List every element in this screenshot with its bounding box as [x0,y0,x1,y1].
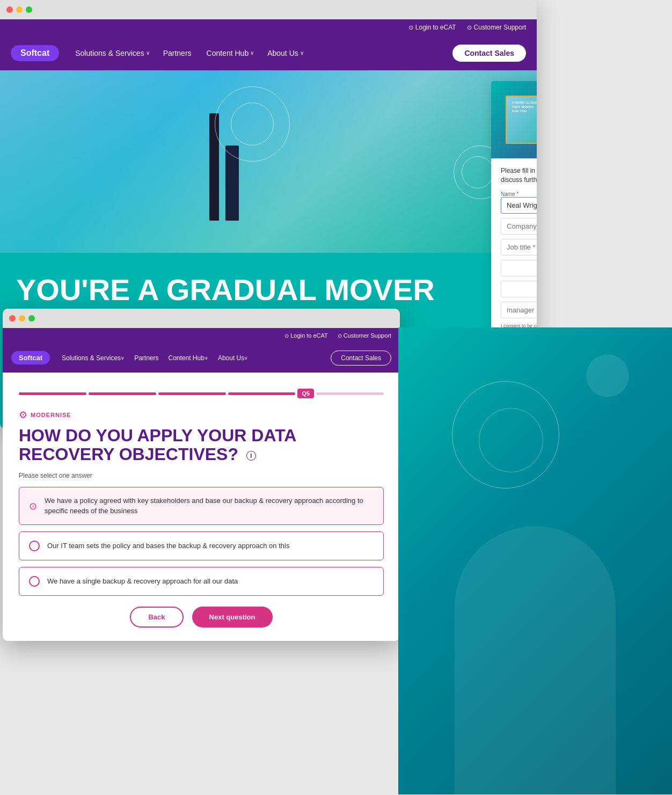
minimize-icon[interactable] [16,6,23,13]
utility-bar-2: Login to eCAT Customer Support [3,328,400,343]
nav-about[interactable]: About Us [267,49,304,57]
report-image: HYBRID CLOUDTHAT WORKSFOR YOU [506,96,537,144]
progress-seg-1 [19,392,86,395]
option-text-1: We have a policy agreed with key stakeho… [45,496,374,515]
w2-nav-solutions[interactable]: Solutions & Services [62,354,125,362]
name-label: Name * [501,191,537,197]
quiz-nav: Back Next question [19,607,384,628]
radio-3 [29,576,40,587]
contact-sales-button-2[interactable]: Contact Sales [331,351,391,366]
option-text-3: We have a single backup & recovery appro… [47,577,238,586]
consent-text: I consent to be contacted about products… [501,323,537,343]
submit-button[interactable]: Submit your details [501,347,537,368]
input6[interactable] [501,302,537,318]
w2-nav-about[interactable]: About Us [218,354,248,362]
close-icon[interactable] [6,6,13,13]
form-intro: Please fill in the short form below and … [501,166,537,185]
answer-option-1[interactable]: ⊙ We have a policy agreed with key stake… [19,487,384,524]
w2-nav-partners[interactable]: Partners [134,354,158,362]
jobtitle-input[interactable] [501,239,537,256]
question-badge: Q5 [297,389,314,398]
form-card-header: HYBRID CLOUDTHAT WORKSFOR YOU Get yourpe… [491,81,537,158]
navbar-2: Softcat Solutions & Services Partners Co… [3,343,400,373]
support-link-2[interactable]: Customer Support [338,332,391,339]
progress-seg-2 [89,392,156,395]
category-label: ⚙ MODERNISE [19,409,384,421]
input4[interactable] [501,260,537,276]
circle-deco-2 [215,86,290,162]
form-card: HYBRID CLOUDTHAT WORKSFOR YOU Get yourpe… [491,81,537,376]
circle-woman-3 [586,354,629,397]
support-link[interactable]: Customer Support [467,24,526,31]
login-link-2[interactable]: Login to eCAT [284,332,328,339]
minimize-icon-2[interactable] [19,315,25,322]
next-button[interactable]: Next question [192,607,273,628]
report-image-label: HYBRID CLOUDTHAT WORKSFOR YOU [512,101,537,113]
maximize-icon[interactable] [26,6,32,13]
login-link[interactable]: Login to eCAT [408,24,456,31]
contact-sales-button-1[interactable]: Contact Sales [452,45,526,62]
answer-option-2[interactable]: Our IT team sets the policy and bases th… [19,531,384,560]
maximize-icon-2[interactable] [28,315,35,322]
hero-title: YOU'RE A GRADUAL MOVER [16,274,521,306]
nav-links-2: Solutions & Services Partners Content Hu… [62,354,319,362]
progress-seg-5 [316,392,384,395]
select-label: Please select one answer [19,472,384,479]
progress-seg-4 [228,392,296,395]
back-button[interactable]: Back [130,607,183,628]
field6 [501,302,537,318]
answer-option-3[interactable]: We have a single backup & recovery appro… [19,567,384,596]
question-title: HOW DO YOU APPLY YOUR DATA RECOVERY OBJE… [19,426,384,464]
titlebar-2 [3,309,400,328]
nav-content[interactable]: Content Hub [207,49,254,57]
option-text-2: Our IT team sets the policy and bases th… [47,541,289,551]
option-icon-1: ⊙ [29,500,37,512]
progress-seg-3 [158,392,226,395]
window2: Login to eCAT Customer Support Softcat S… [3,309,400,641]
name-field: Name * [501,191,537,214]
nav-solutions[interactable]: Solutions & Services [75,49,149,57]
field5 [501,281,537,297]
category-text: MODERNISE [31,412,71,418]
company-input[interactable] [501,218,537,235]
quiz-content: Q5 ⚙ MODERNISE HOW DO YOU APPLY YOUR DAT… [3,373,400,641]
hero-image [0,70,537,253]
navbar-1: Softcat Solutions & Services Partners Co… [0,35,537,70]
woman-silhouette [455,526,616,794]
close-icon-2[interactable] [9,315,16,322]
field4 [501,260,537,276]
logo[interactable]: Softcat [11,45,59,61]
jobtitle-field [501,239,537,256]
form-body: Please fill in the short form below and … [491,158,537,376]
progress-bar: Q5 [19,389,384,398]
titlebar-1 [0,0,537,19]
progress-area: Q5 [19,389,384,398]
input5[interactable] [501,281,537,297]
info-icon[interactable]: i [246,451,256,461]
utility-bar-1: Login to eCAT Customer Support [0,19,537,35]
company-field [501,218,537,235]
logo-2[interactable]: Softcat [11,351,50,364]
nav-partners[interactable]: Partners [163,49,193,57]
nav-links-1: Solutions & Services Partners Content Hu… [75,49,436,57]
w2-nav-content[interactable]: Content Hub [168,354,208,362]
name-input[interactable] [501,197,537,214]
radio-2 [29,541,40,551]
modernise-icon: ⚙ [19,409,27,421]
